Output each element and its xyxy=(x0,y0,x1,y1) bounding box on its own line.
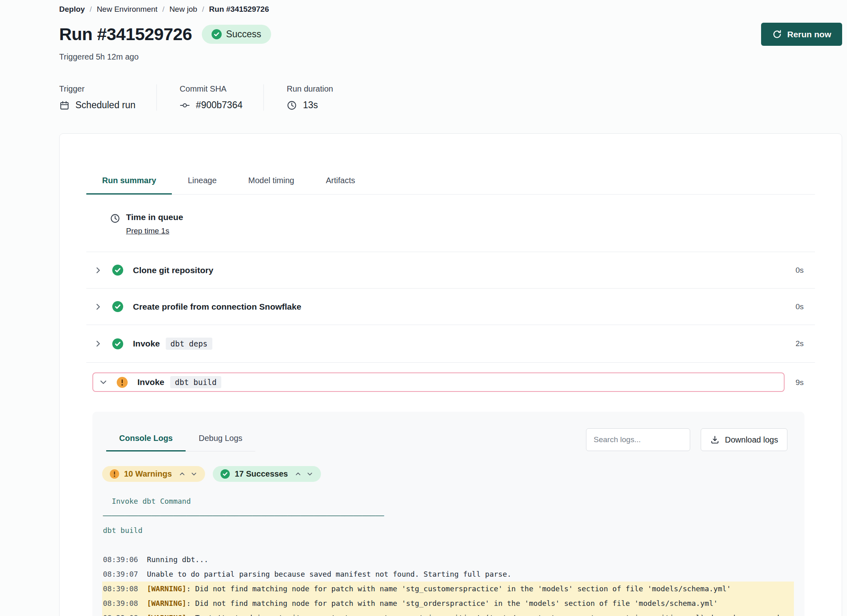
log-line-divider: ────────────────────────────────────────… xyxy=(102,509,794,523)
breadcrumb-separator: / xyxy=(202,5,204,14)
step-clone-git-repository[interactable]: Clone git repository 0s xyxy=(86,252,815,289)
download-icon xyxy=(710,435,720,445)
log-count-badges: 10 Warnings 17 Successes xyxy=(102,466,804,482)
run-tabs: Run summary Lineage Model timing Artifac… xyxy=(86,169,815,195)
warning-tag: [WARNING] xyxy=(147,614,186,616)
chevron-right-icon[interactable] xyxy=(94,266,103,275)
step-title: Create profile from connection Snowflake xyxy=(133,302,301,312)
log-message: : Test 'test.admin_maturity.assert_stg_p… xyxy=(103,614,788,616)
success-check-icon xyxy=(220,469,230,479)
meta-commit-value: #900b7364 xyxy=(196,100,242,111)
step-duration: 9s xyxy=(796,378,804,387)
time-in-queue-section: Time in queue Prep time 1s xyxy=(86,195,815,252)
triggered-timestamp: Triggered 5h 12m ago xyxy=(59,52,842,62)
successes-nav xyxy=(295,471,313,477)
log-timestamp: 08:39:06 xyxy=(103,555,138,564)
success-check-icon xyxy=(212,29,222,39)
run-detail-card: Run summary Lineage Model timing Artifac… xyxy=(59,133,842,616)
warning-icon xyxy=(110,469,119,479)
chevron-right-icon[interactable] xyxy=(94,339,103,348)
step-duration: 0s xyxy=(796,302,804,311)
log-line-command-title: Invoke dbt Command xyxy=(102,494,794,509)
tab-lineage[interactable]: Lineage xyxy=(172,169,232,195)
commit-icon xyxy=(180,100,190,111)
warnings-count-badge[interactable]: 10 Warnings xyxy=(102,466,205,482)
chevron-down-icon[interactable] xyxy=(190,471,197,477)
step-duration: 2s xyxy=(796,339,804,348)
meta-run-duration: Run duration 13s xyxy=(263,84,354,111)
clock-icon xyxy=(110,213,120,224)
tab-model-timing[interactable]: Model timing xyxy=(233,169,310,195)
chevron-right-icon[interactable] xyxy=(94,302,103,311)
step-invoke-dbt-deps[interactable]: Invoke dbt deps 2s xyxy=(86,325,815,363)
log-message: Unable to do partial parsing because sav… xyxy=(147,570,511,578)
logs-header: Console Logs Debug Logs Download logs xyxy=(92,428,804,451)
success-check-icon xyxy=(112,265,123,276)
step-invoke-dbt-build: Invoke dbt build 9s Console Logs Debug L… xyxy=(86,363,815,616)
breadcrumb-item-deploy[interactable]: Deploy xyxy=(59,5,85,14)
warning-icon xyxy=(117,377,128,388)
successes-count-badge[interactable]: 17 Successes xyxy=(213,466,321,482)
log-line: 08:39:06Running dbt... xyxy=(102,552,794,567)
run-meta: Trigger Scheduled run Commit SHA #900b73… xyxy=(59,84,842,111)
breadcrumb-separator: / xyxy=(163,5,165,14)
log-message: : Did not find matching node for patch w… xyxy=(186,584,731,593)
log-message: Running dbt... xyxy=(147,555,208,564)
log-line-blank xyxy=(102,538,794,552)
meta-trigger-label: Trigger xyxy=(59,84,135,94)
meta-trigger: Trigger Scheduled run xyxy=(59,84,156,111)
success-check-icon xyxy=(112,338,123,349)
tab-artifacts[interactable]: Artifacts xyxy=(310,169,371,195)
calendar-icon xyxy=(59,100,70,111)
step-invoke-dbt-build-header[interactable]: Invoke dbt build xyxy=(92,372,785,392)
download-logs-button[interactable]: Download logs xyxy=(701,428,787,451)
success-check-icon xyxy=(112,301,123,312)
run-page: Deploy / New Environment / New job / Run… xyxy=(0,0,847,616)
tab-debug-logs[interactable]: Debug Logs xyxy=(186,428,255,451)
log-tabs: Console Logs Debug Logs xyxy=(106,428,255,451)
console-log-output: Invoke dbt Command ─────────────────────… xyxy=(92,494,804,616)
meta-commit-sha: Commit SHA #900b7364 xyxy=(156,84,263,111)
status-badge-label: Success xyxy=(226,29,261,40)
meta-duration-value: 13s xyxy=(303,100,318,111)
prep-time-link[interactable]: Prep time 1s xyxy=(126,227,169,235)
warnings-count-label: 10 Warnings xyxy=(124,469,172,479)
logs-panel: Console Logs Debug Logs Download logs xyxy=(92,412,804,616)
log-line-command: dbt build xyxy=(102,523,794,538)
page-header: Run #341529726 Success Rerun now xyxy=(59,23,842,46)
warning-tag: [WARNING] xyxy=(147,584,186,593)
breadcrumb-separator: / xyxy=(90,5,92,14)
search-logs-input[interactable] xyxy=(586,428,690,451)
chevron-up-icon[interactable] xyxy=(295,471,302,477)
successes-count-label: 17 Successes xyxy=(235,469,288,479)
breadcrumb-item-new-job[interactable]: New job xyxy=(169,5,197,14)
breadcrumb-item-current-run: Run #341529726 xyxy=(209,5,269,14)
tab-console-logs[interactable]: Console Logs xyxy=(106,428,186,451)
status-badge: Success xyxy=(202,25,271,44)
rerun-icon xyxy=(772,29,782,39)
rerun-now-button[interactable]: Rerun now xyxy=(761,23,843,46)
time-in-queue-title: Time in queue xyxy=(126,212,183,222)
log-timestamp: 08:39:08 xyxy=(103,614,138,616)
log-timestamp: 08:39:08 xyxy=(103,599,138,607)
step-title: Clone git repository xyxy=(133,265,213,275)
warnings-nav xyxy=(179,471,197,477)
step-create-profile-snowflake[interactable]: Create profile from connection Snowflake… xyxy=(86,289,815,325)
breadcrumb: Deploy / New Environment / New job / Run… xyxy=(59,5,842,14)
rerun-now-label: Rerun now xyxy=(787,30,832,39)
log-timestamp: 08:39:07 xyxy=(103,570,138,578)
log-actions: Download logs xyxy=(586,428,787,451)
log-line: 08:39:07Unable to do partial parsing bec… xyxy=(102,567,794,582)
chevron-down-icon[interactable] xyxy=(99,378,108,387)
chevron-up-icon[interactable] xyxy=(179,471,186,477)
log-line-warning: 08:39:08[WARNING]: Test 'test.admin_matu… xyxy=(102,611,794,616)
clock-icon xyxy=(287,100,297,111)
meta-commit-label: Commit SHA xyxy=(180,84,242,94)
step-duration: 0s xyxy=(796,266,804,275)
breadcrumb-item-new-environment[interactable]: New Environment xyxy=(97,5,158,14)
meta-trigger-value: Scheduled run xyxy=(75,100,135,111)
log-timestamp: 08:39:08 xyxy=(103,584,138,593)
chevron-down-icon[interactable] xyxy=(306,471,313,477)
tab-run-summary[interactable]: Run summary xyxy=(86,169,172,195)
step-title: Invoke xyxy=(133,339,160,349)
